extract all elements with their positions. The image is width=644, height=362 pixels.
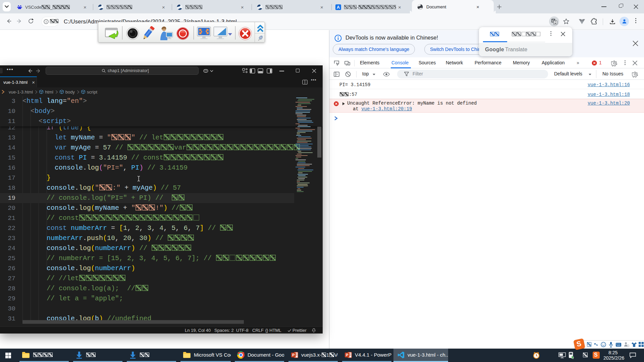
svg-text:P: P xyxy=(292,353,294,357)
svg-text:P: P xyxy=(346,353,348,357)
